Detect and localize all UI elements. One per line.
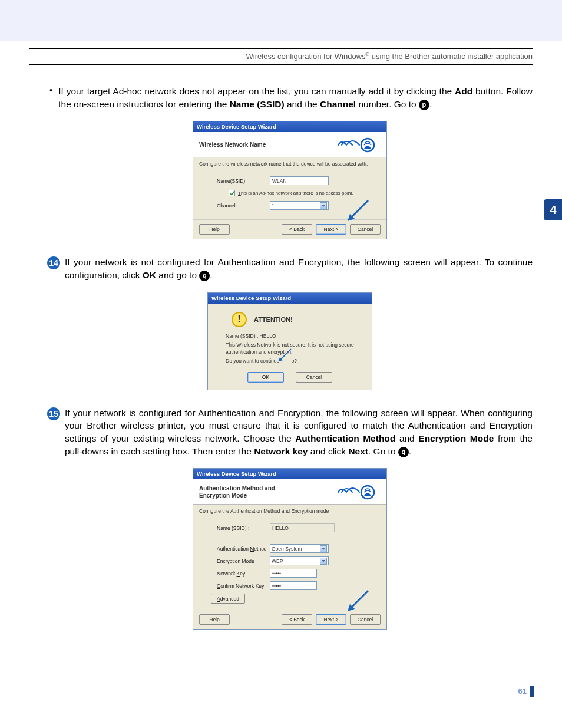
dialog-attention: Wireless Device Setup Wizard ! ATTENTION… [207, 292, 372, 390]
chevron-down-icon [320, 558, 327, 565]
checkbox-icon [229, 190, 235, 196]
advanced-button[interactable]: Advanced [211, 594, 245, 604]
network-key-input[interactable]: ••••• [270, 569, 317, 578]
step-14-badge: 14 [47, 256, 60, 269]
svg-point-1 [361, 486, 374, 499]
chevron-down-icon [320, 545, 327, 552]
chevron-down-icon [320, 202, 327, 209]
warning-icon: ! [232, 312, 247, 327]
confirm-key-input[interactable]: ••••• [270, 581, 317, 590]
ssid-label: Name (SSID) : [217, 525, 270, 531]
channel-select[interactable]: 1 [270, 201, 329, 210]
bullet-icon [47, 85, 58, 95]
help-button[interactable]: Help [199, 224, 230, 235]
pointer-arrow-icon [276, 347, 293, 364]
wireless-icon [335, 137, 381, 153]
ssid-display: HELLO [270, 523, 335, 532]
channel-label: Channel [217, 203, 270, 209]
intro-bullet: If your target Ad-hoc network does not a… [47, 85, 533, 110]
dialog-wireless-name: Wireless Device Setup Wizard Wireless Ne… [193, 121, 387, 239]
attention-ssid: Name (SSID) : HELLO [226, 333, 354, 340]
next-button[interactable]: Next > [316, 224, 346, 235]
network-key-label: Network Key [217, 571, 270, 577]
auth-method-label: Authentication Method [217, 546, 270, 552]
adhoc-checkbox[interactable]: This is an Ad-hoc network and there is n… [229, 190, 381, 196]
ok-button[interactable]: OK [247, 372, 284, 383]
step-ref-16-icon: p [419, 100, 429, 110]
back-button[interactable]: < Back [282, 614, 312, 625]
confirm-key-label: Confirm Network Key [217, 583, 270, 589]
wireless-icon [335, 484, 381, 500]
attention-question: Do you want to continue p? [226, 358, 354, 364]
dialog-titlebar: Wireless Device Setup Wizard [193, 121, 386, 132]
cancel-button[interactable]: Cancel [350, 224, 381, 235]
top-strip [0, 0, 562, 41]
attention-title: ATTENTION! [254, 316, 293, 323]
dialog-subtitle: Configure the wireless network name that… [193, 157, 386, 170]
cancel-button[interactable]: Cancel [296, 372, 332, 383]
step-15: 15 If your network is configured for Aut… [47, 407, 533, 458]
ssid-label: Name(SSID) [217, 178, 270, 184]
dialog-titlebar: Wireless Device Setup Wizard [208, 293, 372, 304]
step-14: 14 If your network is not configured for… [47, 256, 533, 281]
help-button[interactable]: Help [199, 614, 230, 625]
encryption-mode-select[interactable]: WEP [270, 556, 329, 565]
dialog-titlebar: Wireless Device Setup Wizard [193, 469, 386, 479]
ssid-input[interactable]: WLAN [270, 176, 329, 185]
next-button[interactable]: Next > [316, 614, 346, 625]
step-ref-17a-icon: q [199, 271, 210, 281]
dialog-header: Wireless Network Name [193, 132, 386, 157]
pointer-arrow-icon [344, 197, 371, 225]
pointer-arrow-icon [344, 588, 371, 615]
svg-point-0 [361, 139, 374, 151]
main-content: If your target Ad-hoc network does not a… [47, 83, 533, 646]
back-button[interactable]: < Back [282, 224, 312, 235]
auth-method-select[interactable]: Open System [270, 544, 329, 553]
dialog-subtitle: Configure the Authentication Method and … [193, 505, 386, 518]
chapter-tab: 4 [544, 199, 562, 220]
dialog-header: Authentication Method and Encryption Mod… [193, 479, 386, 505]
page-accent [530, 686, 534, 697]
step-ref-17b-icon: q [398, 447, 409, 457]
encryption-mode-label: Encryption Mode [217, 558, 270, 564]
cancel-button[interactable]: Cancel [350, 614, 381, 625]
dialog-auth-encryption: Wireless Device Setup Wizard Authenticat… [193, 468, 387, 630]
page-header: Wireless configuration for Windows® usin… [29, 48, 533, 65]
step-15-badge: 15 [47, 407, 60, 420]
page-number: 61 [518, 687, 527, 696]
